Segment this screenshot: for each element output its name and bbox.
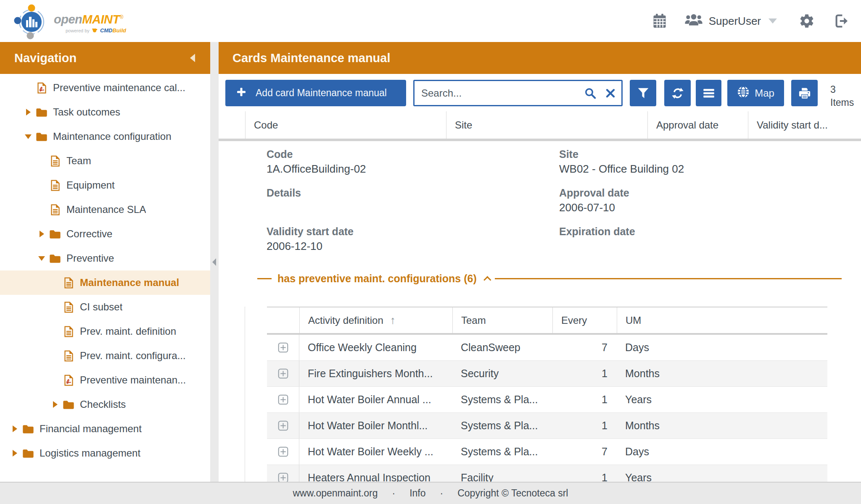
calendar-icon[interactable]: [652, 13, 667, 29]
expand-row-icon[interactable]: [278, 394, 288, 405]
sidebar-item-financial-management[interactable]: Financial management: [0, 417, 210, 441]
sidebar-item-label: Logistics management: [40, 447, 140, 459]
print-button[interactable]: [791, 80, 818, 106]
sidebar-item-logistics-management[interactable]: Logistics management: [0, 441, 210, 465]
expand-row-icon[interactable]: [278, 368, 288, 379]
expand-row-icon[interactable]: [278, 342, 288, 353]
caret-right-icon[interactable]: [8, 425, 21, 432]
splitter-collapse-icon[interactable]: [212, 258, 216, 266]
column-every[interactable]: Every: [552, 307, 617, 333]
um-cell: Months: [617, 368, 827, 380]
sidebar-item-label: Preventive: [66, 252, 114, 264]
column-team[interactable]: Team: [452, 307, 552, 333]
activity-table-header: Activity definition ↑ Team Every UM: [267, 307, 827, 335]
every-cell: 1: [552, 420, 617, 432]
sidebar-item-equipment[interactable]: Equipment: [0, 173, 210, 197]
user-menu[interactable]: SuperUser: [684, 13, 777, 29]
um-cell: Days: [617, 446, 827, 458]
sidebar-item-maintenance-manual[interactable]: Maintenance manual: [0, 270, 210, 295]
collapse-sidebar-icon[interactable]: [190, 54, 195, 62]
grid-menu-icon[interactable]: [696, 80, 721, 106]
expand-row-icon[interactable]: [278, 420, 288, 431]
separator-line: [495, 278, 842, 279]
caret-down-icon[interactable]: [35, 256, 48, 261]
sidebar-item-preventive-maintenan[interactable]: Preventive maintenan...: [0, 368, 210, 392]
filter-button[interactable]: [630, 80, 656, 106]
sign-out-icon[interactable]: [833, 13, 849, 29]
sidebar-item-team[interactable]: Team: [0, 149, 210, 173]
refresh-button[interactable]: [664, 80, 691, 106]
caret-down-icon: [769, 18, 777, 24]
sidebar-item-preventive-maintenance-cal[interactable]: Preventive maintenance cal...: [0, 76, 210, 100]
caret-right-icon[interactable]: [35, 231, 48, 237]
search-icon[interactable]: [581, 87, 600, 100]
um-cell: Days: [617, 341, 827, 354]
topbar: openMAINT® powered by CMDBuild: [0, 0, 861, 42]
grid-column-site[interactable]: Site: [446, 111, 647, 139]
every-cell: 1: [552, 472, 617, 482]
card-field-code: Code1A.OfficeBuilding-02: [267, 147, 559, 186]
field-label: Expiration date: [559, 224, 851, 239]
team-cell: CleanSweep: [452, 341, 552, 354]
caret-down-icon[interactable]: [22, 134, 34, 139]
grid-column-selector: [219, 111, 245, 139]
powered-by-text: powered by: [66, 28, 90, 33]
expander-column-header: [267, 307, 299, 333]
gear-icon[interactable]: [799, 13, 815, 29]
relation-section-header: has preventive maint. configurations (6): [257, 273, 842, 284]
team-cell: Facility: [452, 472, 552, 482]
sidebar-item-corrective[interactable]: Corrective: [0, 222, 210, 246]
page-title: Cards Maintenance manual: [232, 51, 391, 65]
sidebar-item-prev-maint-configura[interactable]: Prev. maint. configura...: [0, 344, 210, 368]
caret-right-icon[interactable]: [49, 401, 61, 408]
sidebar-item-ci-subset[interactable]: CI subset: [0, 295, 210, 319]
sidebar-item-label: Equipment: [66, 179, 115, 191]
grid-column-approval-date[interactable]: Approval date: [647, 111, 748, 139]
search-box: [413, 80, 623, 106]
collapse-section-icon[interactable]: [483, 276, 491, 284]
field-value: 1A.OfficeBuilding-02: [267, 161, 559, 176]
sidebar-item-prev-maint-definition[interactable]: Prev. maint. definition: [0, 319, 210, 344]
sidebar-item-label: Corrective: [66, 228, 112, 240]
column-activity-definition[interactable]: Activity definition ↑: [299, 307, 452, 333]
sidebar-item-maintenance-sla[interactable]: Maintenance SLA: [0, 197, 210, 222]
activity-definition-cell: Hot Water Boiler Monthl...: [299, 420, 452, 432]
map-button[interactable]: Map: [727, 80, 784, 106]
openmaint-app: openMAINT® powered by CMDBuild: [0, 0, 861, 504]
activity-row-hot-water-boiler-monthl[interactable]: Hot Water Boiler Monthl...Systems & Pla.…: [267, 413, 827, 439]
caret-right-icon[interactable]: [8, 450, 21, 457]
add-card-button[interactable]: Add card Maintenance manual: [225, 80, 406, 106]
field-value: 2006-07-10: [559, 200, 851, 215]
sidebar-header: Navigation: [0, 42, 210, 74]
sidebar-item-checklists[interactable]: Checklists: [0, 392, 210, 417]
expand-row-icon[interactable]: [278, 446, 288, 457]
activity-definition-cell: Hot Water Boiler Weekly ...: [299, 446, 452, 458]
sidebar-item-label: Preventive maintenance cal...: [53, 82, 185, 94]
folder-icon: [21, 424, 35, 434]
every-cell: 7: [552, 446, 617, 458]
field-value: 2006-12-10: [267, 239, 559, 254]
openmaint-link[interactable]: www.openmaint.org: [293, 488, 378, 499]
panel-splitter[interactable]: [210, 42, 219, 482]
activity-row-hot-water-boiler-annual[interactable]: Hot Water Boiler Annual ...Systems & Pla…: [267, 387, 827, 413]
activity-row-fire-extinguishers-month[interactable]: Fire Extinguishers Month...Security1Mont…: [267, 361, 827, 387]
activity-row-office-weekly-cleaning[interactable]: Office Weekly CleaningCleanSweep7Days: [267, 335, 827, 361]
activity-row-heaters-annual-inspection[interactable]: Heaters Annual InspectionFacility1Years: [267, 465, 827, 482]
info-link[interactable]: Info: [409, 488, 425, 499]
sidebar-item-task-outcomes[interactable]: Task outcomes: [0, 100, 210, 124]
expand-row-icon[interactable]: [278, 472, 288, 482]
clear-search-icon[interactable]: [600, 88, 621, 98]
grid-column-validity-start[interactable]: Validity start d...: [748, 111, 861, 139]
sidebar-item-label: Maintenance SLA: [66, 204, 146, 215]
caret-right-icon[interactable]: [22, 109, 34, 116]
relation-title[interactable]: has preventive maint. configurations (6): [277, 273, 477, 285]
grid-column-code[interactable]: Code: [245, 111, 446, 139]
column-um[interactable]: UM: [617, 307, 827, 333]
activity-row-hot-water-boiler-weekly[interactable]: Hot Water Boiler Weekly ...Systems & Pla…: [267, 439, 827, 465]
search-input[interactable]: [415, 87, 581, 99]
navigation-tree: Preventive maintenance cal...Task outcom…: [0, 74, 210, 465]
sidebar-item-maintenance-configuration[interactable]: Maintenance configuration: [0, 124, 210, 149]
sidebar-item-preventive[interactable]: Preventive: [0, 246, 210, 270]
sidebar-item-label: Maintenance manual: [80, 277, 179, 289]
field-label: Details: [267, 186, 559, 200]
